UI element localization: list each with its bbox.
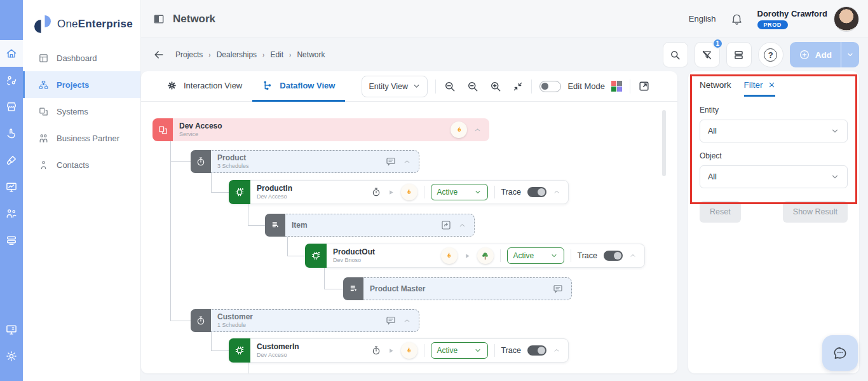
reset-button[interactable]: Reset <box>700 201 741 223</box>
notifications-bell-icon[interactable] <box>730 12 743 25</box>
status-dropdown[interactable]: Active <box>431 342 488 359</box>
rail-monitoring-item[interactable] <box>0 174 23 200</box>
collapse-caret-icon[interactable] <box>629 252 637 260</box>
rail-home-item[interactable] <box>0 40 23 67</box>
collapse-caret-icon[interactable] <box>473 126 482 134</box>
tab-filter[interactable]: Filter <box>744 80 775 97</box>
entity-view-label: Entity View <box>369 82 408 91</box>
collapse-arrows-icon[interactable] <box>512 81 524 92</box>
tree-connector <box>211 350 229 351</box>
tree-connector <box>170 321 191 321</box>
tab-network[interactable]: Network <box>700 80 731 97</box>
collapse-caret-icon[interactable] <box>458 221 466 230</box>
sidebar-item-dashboard[interactable]: Dashboard <box>23 45 140 71</box>
monitor-code-icon <box>5 323 18 336</box>
breadcrumb-item[interactable]: Network <box>297 50 325 59</box>
play-arrow-icon <box>388 347 395 354</box>
zoom-in-icon[interactable] <box>489 80 502 93</box>
back-arrow-icon[interactable] <box>153 48 165 61</box>
filter-button[interactable]: 1 <box>695 42 720 67</box>
tab-label: Dataflow View <box>280 81 335 90</box>
breadcrumb-item[interactable]: Edit <box>270 50 283 59</box>
help-button[interactable]: ? <box>758 42 783 67</box>
collapse-caret-icon[interactable] <box>553 347 560 354</box>
node-title: ProductOut <box>333 247 375 256</box>
chat-button[interactable] <box>822 335 858 371</box>
node-title: Product Master <box>370 284 425 293</box>
sidebar-item-contacts[interactable]: Contacts <box>23 151 140 178</box>
tree-connector <box>287 256 305 256</box>
rail-store-item[interactable] <box>0 94 23 120</box>
collapse-caret-icon[interactable] <box>553 188 560 196</box>
add-button-label: Add <box>815 50 832 60</box>
trace-toggle[interactable] <box>527 187 546 197</box>
zoom-reset-icon[interactable] <box>444 80 456 93</box>
rail-touch-item[interactable] <box>0 120 23 147</box>
breadcrumb-item[interactable]: Projects <box>175 50 203 59</box>
canvas-scrollbar[interactable] <box>662 110 666 176</box>
sidebar-item-systems[interactable]: Systems <box>23 98 140 125</box>
message-icon[interactable] <box>385 315 397 326</box>
node-subtitle: Dev Acceso <box>257 352 299 359</box>
breadcrumb-item[interactable]: Dealerships <box>217 50 257 59</box>
edit-mode-label: Edit Mode <box>567 81 605 91</box>
panel-toggle-icon[interactable] <box>153 13 165 25</box>
entity-select[interactable]: All <box>700 120 848 142</box>
rail-brush-item[interactable] <box>0 147 23 174</box>
entity-view-dropdown[interactable]: Entity View <box>362 76 428 97</box>
rail-data-item[interactable] <box>0 227 23 254</box>
trace-toggle[interactable] <box>604 251 623 261</box>
node-product-schedule[interactable]: Product 3 Schedules <box>191 150 419 173</box>
add-button[interactable]: Add <box>790 42 841 67</box>
rail-partners-item[interactable] <box>0 200 23 227</box>
collapse-caret-icon[interactable] <box>403 158 411 166</box>
tab-dataflow-view[interactable]: Dataflow View <box>252 71 345 102</box>
open-fullscreen-icon[interactable] <box>638 80 650 92</box>
rows-icon <box>733 49 745 61</box>
breadcrumb-separator: › <box>289 52 291 59</box>
rail-settings-item[interactable] <box>0 343 23 370</box>
object-field-label: Object <box>700 151 848 160</box>
node-item[interactable]: Item <box>265 214 475 237</box>
collapse-caret-icon[interactable] <box>403 317 411 325</box>
rail-collaboration-item[interactable] <box>0 67 23 94</box>
tree-connector <box>211 172 212 192</box>
add-dropdown-button[interactable] <box>841 42 859 67</box>
object-select[interactable]: All <box>700 165 848 188</box>
node-title: ProductIn <box>257 184 292 193</box>
message-icon[interactable] <box>552 283 564 294</box>
status-dropdown[interactable]: Active <box>431 184 488 200</box>
legend-colors-icon[interactable] <box>611 81 622 92</box>
node-productout[interactable]: ProductOut Dev Brioso Active Trace <box>305 244 645 268</box>
rail-devices-item[interactable] <box>0 316 23 343</box>
status-dropdown[interactable]: Active <box>507 247 564 264</box>
node-productin[interactable]: ProductIn Dev Acceso Active Trace <box>229 180 569 204</box>
sync-square-icon[interactable] <box>440 219 452 231</box>
stopwatch-icon <box>191 150 211 173</box>
sidebar-item-projects[interactable]: Projects <box>23 71 140 98</box>
close-icon[interactable] <box>768 81 775 88</box>
node-product-master[interactable]: Product Master <box>343 277 572 300</box>
node-title: Customer <box>217 312 253 321</box>
layout-rows-button[interactable] <box>726 42 752 67</box>
avatar[interactable] <box>834 6 859 32</box>
trace-label: Trace <box>501 346 522 355</box>
tree-connector <box>248 225 265 226</box>
integration-chip-icon <box>229 180 250 204</box>
zoom-out-icon[interactable] <box>466 80 479 93</box>
sidebar-item-business-partner[interactable]: Business Partner <box>23 125 140 151</box>
node-subtitle: Dev Acceso <box>257 193 292 200</box>
object-list-icon <box>265 214 285 237</box>
search-button[interactable] <box>663 42 688 67</box>
node-customer-schedule[interactable]: Customer 1 Schedule <box>191 309 419 332</box>
brand-logo[interactable]: OneEnterprise <box>23 0 140 37</box>
node-subtitle: 1 Schedule <box>217 322 253 329</box>
language-selector[interactable]: English <box>689 14 716 24</box>
node-customerin[interactable]: CustomerIn Dev Acceso Active Trace <box>229 338 569 363</box>
edit-mode-toggle[interactable] <box>539 81 561 92</box>
message-icon[interactable] <box>385 156 397 167</box>
node-dev-acceso[interactable]: Dev Acceso Service <box>153 118 489 141</box>
show-result-button[interactable]: Show Result <box>783 201 848 223</box>
trace-toggle[interactable] <box>527 345 546 356</box>
tab-interaction-view[interactable]: Interaction View <box>156 71 252 102</box>
